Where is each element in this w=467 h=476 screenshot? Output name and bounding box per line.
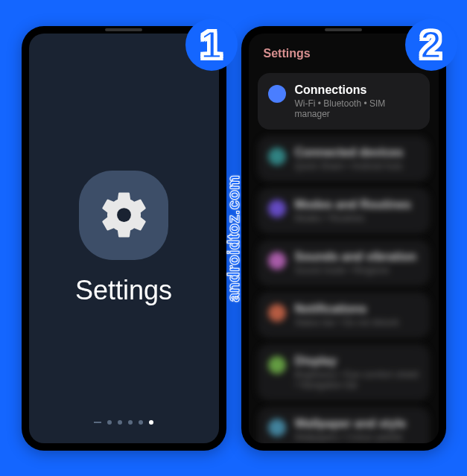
settings-item-subtitle: Status bar • Do not disturb [295, 317, 419, 328]
settings-item-text: Wallpaper and styleWallpapers • Colour p… [295, 417, 419, 442]
phone-frame-1: 1 Settings [22, 26, 226, 451]
settings-item-text: Connected devicesQuick Share • Android A… [295, 146, 419, 171]
settings-item-display[interactable]: DisplayBrightness • Eye comfort shield •… [258, 344, 430, 401]
settings-item-text: Sounds and vibrationSound mode • Rington… [295, 250, 419, 276]
page-indicator[interactable] [94, 420, 153, 425]
settings-app-launcher[interactable]: Settings [29, 34, 219, 443]
settings-item-icon [268, 200, 286, 218]
settings-item-text: ConnectionsWi-Fi • Bluetooth • SIM manag… [295, 83, 419, 119]
settings-item-connections[interactable]: ConnectionsWi-Fi • Bluetooth • SIM manag… [258, 73, 430, 130]
settings-item-modes-and-routines[interactable]: Modes and RoutinesModes • Routines [258, 188, 430, 234]
settings-item-icon [268, 252, 286, 270]
page-dot-active [149, 420, 153, 425]
page-dot [139, 420, 143, 425]
settings-item-icon [268, 419, 286, 437]
settings-item-notifications[interactable]: NotificationsStatus bar • Do not disturb [258, 292, 430, 338]
settings-item-text: DisplayBrightness • Eye comfort shield •… [295, 355, 419, 390]
settings-item-title: Connected devices [295, 146, 419, 159]
settings-item-title: Modes and Routines [295, 198, 419, 212]
page-dot [128, 420, 133, 425]
settings-icon [79, 171, 168, 260]
settings-item-title: Wallpaper and style [295, 417, 419, 431]
phone-frame-2: 2 Settings ConnectionsWi-Fi • Bluetooth … [241, 26, 446, 451]
settings-item-title: Connections [295, 83, 419, 97]
phone-screen-1: Settings [29, 34, 219, 443]
watermark-text: androidtoz.com [224, 174, 244, 302]
step-badge-2: 2 [405, 19, 457, 71]
settings-list: ConnectionsWi-Fi • Bluetooth • SIM manag… [249, 69, 439, 443]
settings-item-wallpaper-and-style[interactable]: Wallpaper and styleWallpapers • Colour p… [258, 407, 430, 443]
settings-item-icon [268, 304, 286, 322]
phone-speaker [325, 28, 362, 31]
settings-item-title: Display [295, 355, 419, 368]
page-dot [107, 420, 112, 425]
settings-item-title: Sounds and vibration [295, 250, 419, 264]
settings-item-subtitle: Brightness • Eye comfort shield • Naviga… [295, 369, 419, 390]
settings-item-subtitle: Quick Share • Android Auto [295, 161, 419, 171]
gear-icon [96, 187, 152, 243]
settings-item-subtitle: Wi-Fi • Bluetooth • SIM manager [295, 98, 419, 119]
svg-point-0 [117, 208, 131, 222]
settings-item-icon [268, 147, 286, 165]
settings-item-text: NotificationsStatus bar • Do not disturb [295, 302, 419, 328]
step-number: 2 [420, 22, 442, 67]
settings-item-text: Modes and RoutinesModes • Routines [295, 198, 419, 223]
page-dot [94, 422, 101, 423]
settings-item-subtitle: Wallpapers • Colour palette [295, 432, 419, 442]
step-badge-1: 1 [185, 19, 238, 71]
settings-item-icon [268, 85, 286, 103]
phone-speaker [105, 28, 142, 31]
page-dot [118, 420, 122, 425]
settings-item-title: Notifications [295, 302, 419, 316]
step-number: 1 [200, 22, 222, 67]
settings-item-subtitle: Sound mode • Ringtone [295, 265, 419, 276]
settings-item-connected-devices[interactable]: Connected devicesQuick Share • Android A… [258, 136, 430, 182]
settings-item-sounds-and-vibration[interactable]: Sounds and vibrationSound mode • Rington… [258, 240, 430, 286]
settings-item-icon [268, 356, 286, 374]
settings-item-subtitle: Modes • Routines [295, 213, 419, 223]
phone-screen-2: Settings ConnectionsWi-Fi • Bluetooth • … [249, 34, 439, 443]
settings-app-label: Settings [75, 275, 172, 306]
